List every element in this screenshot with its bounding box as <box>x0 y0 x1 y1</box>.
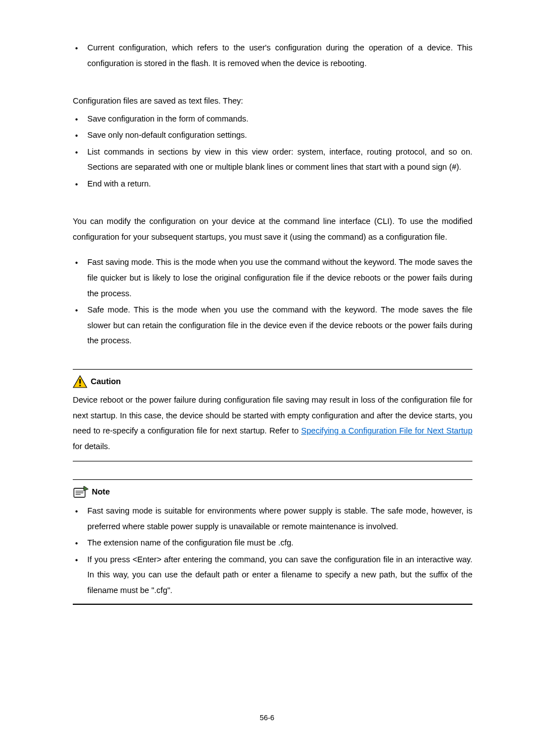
caution-label: Caution <box>91 374 121 390</box>
divider <box>73 479 472 480</box>
divider <box>73 604 472 605</box>
paragraph: You can modify the configuration on your… <box>73 214 472 245</box>
note-icon <box>73 486 88 498</box>
list-item: Fast saving mode is suitable for environ… <box>73 503 472 534</box>
list-item: Fast saving mode. This is the mode when … <box>73 255 472 301</box>
svg-rect-1 <box>79 379 81 384</box>
list-item: Current configuration, which refers to t… <box>73 40 472 71</box>
list-item: The extension name of the configuration … <box>73 535 472 551</box>
list-item: Save only non-default configuration sett… <box>73 128 472 143</box>
page-number: 56-6 <box>0 711 534 725</box>
note-label: Note <box>92 484 110 500</box>
list-item: If you press <Enter> after entering the … <box>73 552 472 599</box>
list-item: End with a return. <box>73 176 472 192</box>
svg-rect-2 <box>79 385 81 386</box>
caution-text-after: for details. <box>73 442 110 451</box>
paragraph: Configuration files are saved as text fi… <box>73 94 472 109</box>
specifying-config-link[interactable]: Specifying a Configuration File for Next… <box>301 426 472 435</box>
list-item: Safe mode. This is the mode when you use… <box>73 302 472 349</box>
list-item: List commands in sections by view in thi… <box>73 144 472 175</box>
caution-body: Device reboot or the power failure durin… <box>73 393 472 454</box>
divider <box>73 369 472 370</box>
list-item: Save configuration in the form of comman… <box>73 111 472 127</box>
caution-icon <box>73 375 87 389</box>
